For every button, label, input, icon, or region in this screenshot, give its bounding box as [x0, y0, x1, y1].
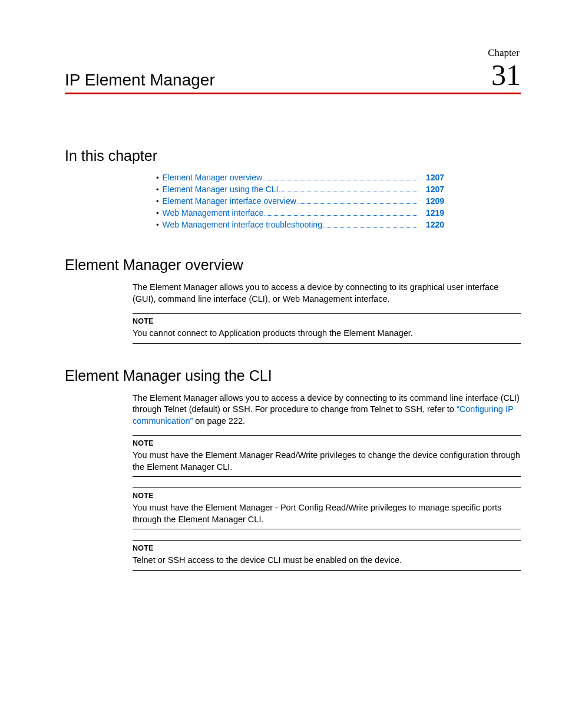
toc-page[interactable]: 1209 [419, 196, 444, 206]
toc-link[interactable]: Element Manager interface overview [163, 196, 296, 206]
note-text: You must have the Element Manager Read/W… [133, 450, 521, 473]
note-box: NOTE You must have the Element Manager R… [133, 435, 521, 477]
chapter-title: IP Element Manager [65, 71, 215, 90]
toc-leader [263, 180, 417, 180]
toc-item: • Web Management interface 1219 [156, 208, 444, 218]
toc-page[interactable]: 1207 [419, 173, 444, 182]
note-text: You must have the Element Manager - Port… [133, 502, 521, 525]
cli-section: Element Manager using the CLI The Elemen… [65, 367, 521, 571]
toc-link[interactable]: Element Manager using the CLI [163, 185, 279, 194]
toc-item: • Web Management interface troubleshooti… [156, 220, 444, 229]
note-box: NOTE You cannot connect to Application p… [133, 313, 521, 343]
note-label: NOTE [133, 491, 521, 501]
note-box: NOTE You must have the Element Manager -… [133, 487, 521, 529]
toc-leader [297, 203, 417, 204]
cli-para-suffix: on page 222. [193, 416, 245, 426]
toc-link[interactable]: Element Manager overview [163, 173, 263, 182]
toc-leader [323, 227, 417, 228]
overview-heading: Element Manager overview [65, 256, 521, 274]
bullet-icon: • [156, 220, 159, 229]
cli-body: The Element Manager allows you to access… [65, 393, 521, 571]
toc-page[interactable]: 1220 [419, 220, 444, 229]
toc-heading: In this chapter [65, 147, 521, 164]
note-label: NOTE [133, 317, 521, 327]
page-container: Chapter IP Element Manager 31 In this ch… [0, 0, 562, 617]
cli-heading: Element Manager using the CLI [65, 367, 521, 384]
toc-link[interactable]: Web Management interface troubleshooting [163, 220, 322, 229]
cli-paragraph: The Element Manager allows you to access… [133, 393, 521, 427]
toc-page[interactable]: 1207 [419, 185, 444, 194]
bullet-icon: • [156, 209, 159, 218]
note-box: NOTE Telnet or SSH access to the device … [133, 540, 521, 570]
note-text: Telnet or SSH access to the device CLI m… [133, 555, 521, 566]
chapter-number: 31 [491, 60, 521, 90]
toc-item: • Element Manager interface overview 120… [156, 196, 444, 206]
overview-paragraph: The Element Manager allows you to access… [133, 282, 521, 305]
chapter-label: Chapter [65, 47, 521, 59]
bullet-icon: • [156, 197, 159, 206]
bullet-icon: • [156, 185, 159, 194]
overview-body: The Element Manager allows you to access… [65, 282, 521, 344]
toc-leader [265, 215, 417, 216]
toc-link[interactable]: Web Management interface [163, 208, 264, 218]
toc-leader [279, 192, 417, 192]
toc-item: • Element Manager using the CLI 1207 [156, 185, 444, 194]
note-label: NOTE [133, 439, 521, 449]
title-row: IP Element Manager 31 [65, 60, 521, 94]
bullet-icon: • [156, 173, 159, 182]
toc: • Element Manager overview 1207 • Elemen… [65, 173, 521, 229]
note-label: NOTE [133, 543, 521, 554]
note-text: You cannot connect to Application produc… [133, 328, 521, 340]
toc-page[interactable]: 1219 [419, 208, 444, 218]
toc-item: • Element Manager overview 1207 [156, 173, 444, 182]
